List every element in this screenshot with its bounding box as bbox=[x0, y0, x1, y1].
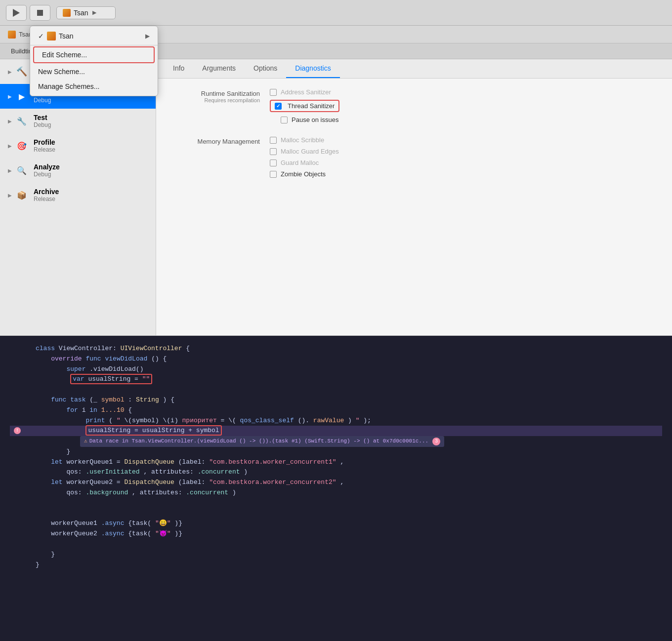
scheme-icon bbox=[63, 9, 71, 17]
code-line-14: workerQueue1 .async {task( "😀" )} bbox=[10, 519, 662, 529]
scheme-sidebar: ▶ 🔨 Build 1 target ▶ ▶ Run Debug ▶ 🔧 Tes… bbox=[0, 59, 156, 335]
sanitization-checkboxes: Address Sanitizer Thread Sanitizer Pause… bbox=[270, 88, 339, 127]
scheme-selector[interactable]: Tsan ▶ bbox=[56, 6, 116, 19]
tab-info[interactable]: Info bbox=[164, 59, 193, 78]
code-line-13: qos: .background , attributes: .concurre… bbox=[10, 488, 662, 498]
code-line-11: qos: .userInitiated , attributes: .concu… bbox=[10, 467, 662, 478]
thread-sanitizer-highlight-box: Thread Sanitizer bbox=[270, 100, 339, 112]
sidebar-item-analyze[interactable]: ▶ 🔍 Analyze Debug bbox=[0, 158, 156, 183]
code-line-5: func task (_ symbol : String ) { bbox=[10, 395, 662, 405]
memory-management-label: Memory Management bbox=[171, 136, 270, 145]
thread-sanitizer-checkbox[interactable] bbox=[275, 103, 282, 110]
pause-on-issues-row: Pause on issues bbox=[270, 116, 339, 123]
test-icon: 🔧 bbox=[15, 114, 29, 128]
archive-subtitle: Release bbox=[34, 196, 59, 202]
play-button[interactable] bbox=[6, 5, 27, 21]
edit-scheme-label: Edit Scheme... bbox=[42, 51, 87, 59]
code-line-8: ! usualString = usualString + symbol bbox=[10, 426, 662, 436]
code-line-2: override func viewDidLoad () { bbox=[10, 354, 662, 364]
test-title: Test bbox=[34, 114, 51, 121]
analyze-title: Analyze bbox=[34, 163, 60, 171]
runtime-sanitization-row: Runtime Sanitization Requires recompilat… bbox=[171, 88, 657, 127]
warning-icon: ⚠ bbox=[84, 437, 87, 446]
content-area: Info Arguments Options Diagnostics Runti… bbox=[156, 59, 672, 335]
malloc-guard-edges-row: Malloc Guard Edges bbox=[270, 148, 339, 155]
code-line-1: class ViewController: UIViewController { bbox=[10, 344, 662, 354]
run-subtitle: Debug bbox=[34, 97, 51, 104]
thread-sanitizer-label: Thread Sanitizer bbox=[288, 102, 335, 110]
build-icon: 🔨 bbox=[15, 65, 29, 79]
analyze-icon: 🔍 bbox=[15, 163, 29, 177]
stop-icon bbox=[37, 10, 43, 16]
malloc-scribble-checkbox[interactable] bbox=[270, 137, 277, 144]
memory-management-row: Memory Management Malloc Scribble Malloc… bbox=[171, 136, 657, 182]
manage-schemes-label: Manage Schemes... bbox=[38, 82, 100, 90]
zombie-objects-checkbox[interactable] bbox=[270, 171, 277, 178]
profile-icon: 🎯 bbox=[15, 139, 29, 153]
code-line-4: var usualString = "" bbox=[10, 374, 662, 385]
run-icon: ▶ bbox=[15, 89, 29, 103]
code-line-10: let workerQueue1 = DispatchQueue (label:… bbox=[10, 457, 662, 468]
archive-title: Archive bbox=[34, 188, 59, 196]
dropdown-menu: ✓ Tsan ▶ Edit Scheme... New Scheme... Ma… bbox=[30, 26, 158, 96]
checkmark-icon: ✓ bbox=[38, 32, 44, 40]
test-subtitle: Debug bbox=[34, 121, 51, 128]
sidebar-item-archive[interactable]: ▶ 📦 Archive Release bbox=[0, 183, 156, 207]
address-sanitizer-label: Address Sanitizer bbox=[281, 88, 331, 96]
scheme-dialog: ▶ 🔨 Build 1 target ▶ ▶ Run Debug ▶ 🔧 Tes… bbox=[0, 59, 672, 336]
code-blank2 bbox=[10, 498, 662, 509]
error-count-badge: 3 bbox=[432, 438, 440, 445]
malloc-scribble-row: Malloc Scribble bbox=[270, 136, 339, 144]
code-line-blank1 bbox=[10, 385, 662, 395]
sidebar-item-test[interactable]: ▶ 🔧 Test Debug bbox=[0, 109, 156, 133]
manage-schemes-item[interactable]: Manage Schemes... bbox=[30, 79, 158, 94]
code-line-3: super .viewDidLoad() bbox=[10, 364, 662, 375]
stop-button[interactable] bbox=[30, 5, 50, 21]
code-blank3 bbox=[10, 509, 662, 519]
edit-scheme-wrapper: Edit Scheme... bbox=[33, 46, 155, 63]
diagnostics-section: Runtime Sanitization Requires recompilat… bbox=[156, 79, 672, 199]
thread-sanitizer-row: Thread Sanitizer bbox=[270, 100, 339, 112]
guard-malloc-row: Guard Malloc bbox=[270, 159, 339, 166]
code-line-15: workerQueue2 .async {task( "😈" )} bbox=[10, 529, 662, 539]
content-tabs: Info Arguments Options Diagnostics bbox=[156, 59, 672, 79]
pause-on-issues-label: Pause on issues bbox=[292, 116, 338, 123]
zombie-objects-row: Zombie Objects bbox=[270, 170, 339, 178]
dropdown-item-tsan[interactable]: ✓ Tsan ▶ bbox=[30, 28, 158, 44]
profile-subtitle: Release bbox=[34, 146, 55, 153]
new-scheme-label: New Scheme... bbox=[38, 68, 85, 76]
malloc-scribble-label: Malloc Scribble bbox=[281, 136, 324, 144]
tab-arguments[interactable]: Arguments bbox=[193, 59, 245, 78]
code-line-12: let workerQueue2 = DispatchQueue (label:… bbox=[10, 478, 662, 488]
address-sanitizer-checkbox[interactable] bbox=[270, 89, 277, 96]
guard-malloc-checkbox[interactable] bbox=[270, 160, 277, 166]
guard-malloc-label: Guard Malloc bbox=[281, 159, 319, 166]
profile-title: Profile bbox=[34, 138, 55, 146]
zombie-objects-label: Zombie Objects bbox=[281, 170, 326, 178]
scheme-arrow: ▶ bbox=[92, 9, 96, 16]
archive-icon: 📦 bbox=[15, 188, 29, 202]
edit-scheme-item[interactable]: Edit Scheme... bbox=[34, 47, 154, 62]
malloc-guard-edges-checkbox[interactable] bbox=[270, 148, 277, 155]
code-line-7: print ( " \(symbol) \(i) приоритет = \( … bbox=[10, 416, 662, 426]
code-blank4 bbox=[10, 539, 662, 550]
tab-options[interactable]: Options bbox=[245, 59, 286, 78]
toolbar: Tsan ▶ ✓ Tsan ▶ Edit Scheme... New Schem… bbox=[0, 0, 672, 26]
code-line-9: } bbox=[10, 447, 662, 457]
pause-on-issues-checkbox[interactable] bbox=[281, 117, 288, 123]
memory-checkboxes: Malloc Scribble Malloc Guard Edges Guard… bbox=[270, 136, 339, 182]
code-editor: class ViewController: UIViewController {… bbox=[0, 336, 672, 641]
code-line-6: for i in 1...10 { bbox=[10, 405, 662, 416]
tab-diagnostics[interactable]: Diagnostics bbox=[286, 59, 339, 78]
dropdown-divider bbox=[30, 45, 158, 45]
tsan-scheme-icon bbox=[47, 32, 56, 40]
malloc-guard-edges-label: Malloc Guard Edges bbox=[281, 148, 339, 155]
scheme-breadcrumb-icon bbox=[8, 31, 16, 39]
runtime-sanitization-label: Runtime Sanitization Requires recompilat… bbox=[171, 88, 270, 103]
sidebar-item-profile[interactable]: ▶ 🎯 Profile Release bbox=[0, 133, 156, 158]
new-scheme-item[interactable]: New Scheme... bbox=[30, 64, 158, 79]
code-line-error: ⚠ Data race in Tsan.ViewController.(view… bbox=[10, 436, 662, 447]
code-line-17: } bbox=[10, 560, 662, 570]
address-sanitizer-row: Address Sanitizer bbox=[270, 88, 339, 96]
analyze-subtitle: Debug bbox=[34, 171, 60, 178]
